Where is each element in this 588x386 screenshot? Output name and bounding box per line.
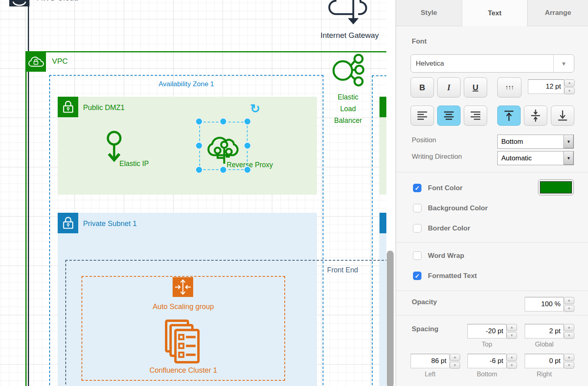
spinner-up-icon[interactable]: ▲ (564, 324, 574, 331)
selection-rectangle (199, 122, 248, 170)
elastic-ip-label[interactable]: Elastic IP (119, 160, 149, 168)
spacing-top-caption: Top (467, 341, 507, 348)
opacity-label: Opacity (412, 298, 437, 306)
spacing-left-caption: Left (411, 371, 450, 378)
font-size-stepper[interactable]: ▲ ▼ (564, 79, 575, 94)
canvas-vertical-scrollbar[interactable] (387, 251, 394, 386)
vpc-label[interactable]: VPC (52, 57, 68, 66)
spinner-up-icon[interactable]: ▲ (450, 354, 460, 361)
valign-middle-button[interactable] (524, 106, 547, 126)
valign-top-button[interactable] (497, 106, 521, 126)
spinner-up-icon[interactable]: ▲ (564, 79, 575, 87)
spinner-down-icon[interactable]: ▼ (564, 362, 574, 369)
front-end-label[interactable]: Front End (327, 266, 358, 274)
private-subnet-1-lock-icon[interactable] (58, 213, 78, 233)
rotate-handle-icon[interactable]: ↻ (250, 102, 260, 116)
diagram-canvas[interactable]: AWS Cloud Internet Gateway VPC Availabil… (0, 0, 386, 386)
tab-style[interactable]: Style (396, 0, 462, 26)
spinner-down-icon[interactable]: ▼ (564, 87, 575, 95)
spinner-down-icon[interactable]: ▼ (507, 362, 517, 369)
opacity-input[interactable] (525, 297, 564, 311)
word-wrap-checkbox[interactable] (413, 251, 421, 260)
private-subnet-2-lock-icon[interactable] (379, 213, 386, 233)
italic-button[interactable]: I (437, 77, 461, 98)
spacing-global-caption: Global (525, 341, 564, 348)
bold-button[interactable]: B (411, 77, 434, 98)
align-left-button[interactable] (411, 106, 434, 126)
spinner-up-icon[interactable]: ▲ (564, 354, 574, 361)
font-color-swatch-button[interactable] (538, 179, 574, 195)
tab-text[interactable]: Text (462, 0, 527, 26)
spacing-top-input[interactable] (467, 324, 507, 338)
chevron-down-icon[interactable]: ▼ (563, 151, 573, 165)
spacing-global-stepper[interactable]: ▲ ▼ (564, 324, 574, 339)
spinner-up-icon[interactable]: ▲ (564, 297, 574, 304)
font-color-checkbox[interactable]: ✓ (413, 184, 421, 192)
align-right-button[interactable] (464, 106, 487, 126)
selection-handle-sw[interactable] (195, 166, 203, 174)
spacing-right-input[interactable] (525, 354, 564, 368)
font-size-input[interactable] (528, 79, 564, 94)
spinner-down-icon[interactable]: ▼ (564, 332, 574, 339)
availability-zone-1-label[interactable]: Availability Zone 1 (49, 80, 323, 88)
spinner-down-icon[interactable]: ▼ (450, 362, 460, 369)
vertical-text-button[interactable]: ↑↑↑ (497, 77, 521, 98)
spinner-up-icon[interactable]: ▲ (507, 324, 517, 331)
spacing-global-input[interactable] (525, 324, 564, 338)
valign-bottom-button[interactable] (551, 106, 574, 126)
spacing-left-input[interactable] (411, 354, 450, 368)
elastic-load-balancer-label[interactable]: Elastic Load Balancer (330, 91, 366, 127)
writing-direction-value: Automatic (498, 154, 563, 162)
tab-arrange[interactable]: Arrange (527, 0, 588, 26)
opacity-stepper[interactable]: ▲ ▼ (564, 297, 574, 312)
aws-cloud-icon[interactable] (9, 0, 29, 6)
underline-button[interactable]: U (464, 77, 487, 98)
border-color-checkbox[interactable] (413, 224, 421, 232)
font-color-label[interactable]: Font Color (428, 184, 463, 192)
selection-handle-se[interactable] (244, 166, 251, 174)
background-color-checkbox[interactable] (413, 204, 421, 212)
word-wrap-label[interactable]: Word Wrap (428, 252, 464, 260)
chevron-down-icon[interactable]: ▼ (554, 60, 574, 67)
auto-scaling-group-icon[interactable] (173, 277, 193, 299)
selection-handle-nw[interactable] (195, 118, 203, 125)
confluence-cluster-label[interactable]: Confluence Cluster 1 (81, 366, 285, 375)
font-family-value: Helvetica (411, 60, 553, 68)
spacing-right-stepper[interactable]: ▲ ▼ (564, 354, 574, 369)
elastic-load-balancer-icon[interactable] (331, 53, 365, 89)
formatted-text-checkbox[interactable]: ✓ (413, 272, 421, 280)
selection-handle-ne[interactable] (244, 118, 251, 125)
vpc-icon[interactable] (25, 51, 46, 72)
font-family-select[interactable]: Helvetica ▼ (411, 54, 574, 73)
border-color-label[interactable]: Border Color (428, 224, 470, 232)
selection-handle-s[interactable] (219, 166, 227, 174)
writing-direction-select[interactable]: Automatic ▼ (497, 151, 574, 165)
selection-handle-n[interactable] (219, 118, 227, 125)
background-color-label[interactable]: Background Color (428, 204, 488, 212)
elastic-ip-icon[interactable] (103, 129, 125, 164)
spinner-down-icon[interactable]: ▼ (507, 332, 517, 339)
position-select[interactable]: Bottom ▼ (497, 135, 574, 149)
vertical-text-icon: ↑↑↑ (505, 84, 514, 91)
spacing-bottom-input[interactable] (467, 354, 507, 368)
public-dmz1-lock-icon[interactable] (58, 97, 78, 117)
chevron-down-icon[interactable]: ▼ (563, 135, 573, 148)
formatted-text-label[interactable]: Formatted Text (428, 272, 477, 280)
spacing-top-stepper[interactable]: ▲ ▼ (507, 324, 517, 339)
spacing-left-stepper[interactable]: ▲ ▼ (450, 354, 460, 369)
spacing-bottom-stepper[interactable]: ▲ ▼ (507, 354, 517, 369)
spacing-bottom-caption: Bottom (467, 371, 507, 378)
public-dmz2-lock-icon[interactable] (379, 97, 386, 117)
selection-handle-e[interactable] (244, 142, 251, 149)
spinner-up-icon[interactable]: ▲ (507, 354, 517, 361)
align-center-button[interactable] (437, 106, 461, 126)
auto-scaling-group-label[interactable]: Auto Scaling group (81, 303, 285, 311)
public-dmz1-label[interactable]: Public DMZ1 (83, 104, 125, 112)
confluence-cluster-icon[interactable] (165, 319, 201, 365)
internet-gateway-label[interactable]: Internet Gateway (311, 31, 386, 40)
spinner-down-icon[interactable]: ▼ (564, 305, 574, 312)
aws-cloud-label[interactable]: AWS Cloud (37, 0, 79, 2)
internet-gateway-icon[interactable] (327, 0, 368, 28)
selection-handle-w[interactable] (195, 142, 203, 149)
private-subnet-1-label[interactable]: Private Subnet 1 (83, 220, 137, 228)
